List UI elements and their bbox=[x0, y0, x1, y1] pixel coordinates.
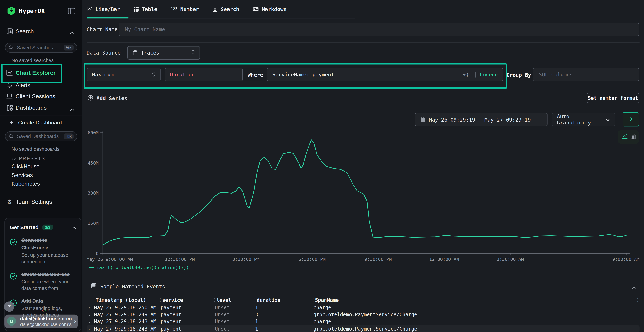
database-icon bbox=[133, 50, 138, 56]
time-series-chart[interactable]: 600M450M300M150M0May 26 9:00:00 AM12:30:… bbox=[86, 130, 639, 263]
col-service[interactable]: service bbox=[162, 297, 212, 303]
table-row[interactable]: ›May 27 9:29:18.250 AMpaymentUnset1charg… bbox=[86, 304, 639, 311]
logo-bolt-icon bbox=[7, 6, 15, 15]
saved-dashboards-field[interactable] bbox=[16, 133, 64, 140]
shortcut-badge: ⌘K bbox=[64, 45, 74, 50]
presets-label: PRESETS bbox=[19, 156, 45, 161]
sidebar-item-dashboards[interactable]: Dashboards bbox=[0, 102, 82, 113]
get-started-progress-badge: 3/3 bbox=[42, 224, 53, 230]
svg-text:150M: 150M bbox=[88, 221, 98, 226]
granularity-select[interactable]: Auto Granularity bbox=[552, 113, 615, 126]
events-table-header: Timestamp (Local) ⋮ service ⋮ level ⋮ du… bbox=[86, 296, 639, 304]
chevron-up-icon[interactable] bbox=[70, 106, 75, 113]
chevron-up-icon[interactable] bbox=[70, 29, 75, 36]
group-by-field[interactable] bbox=[538, 71, 634, 78]
get-started-item[interactable]: Connect to ClickHouseSet up your databas… bbox=[10, 236, 76, 265]
sidebar-item-alerts[interactable]: Alerts bbox=[0, 79, 82, 91]
table-row[interactable]: ›May 27 9:29:18.249 AMpaymentUnset3grpc.… bbox=[86, 311, 639, 318]
step-desc: Set up your database connection bbox=[21, 252, 73, 265]
legend-label: maxIf(toFloat640..ng(Duration))))) bbox=[96, 265, 189, 270]
svg-text:12:30:00 AM: 12:30:00 AM bbox=[429, 257, 459, 262]
chevron-up-icon[interactable] bbox=[72, 224, 76, 231]
saved-searches-field[interactable] bbox=[16, 44, 64, 51]
chart-legend: maxIf(toFloat640..ng(Duration))))) bbox=[89, 265, 189, 270]
tab-line-bar[interactable]: Line/Bar bbox=[86, 6, 120, 12]
cell-duration: 1 bbox=[255, 305, 309, 310]
tab-markdown[interactable]: Markdown bbox=[253, 6, 286, 12]
sidebar-section-label: Search bbox=[16, 28, 34, 34]
granularity-value: Auto Granularity bbox=[557, 114, 605, 126]
get-started-item[interactable]: Create Data SourcesConfigure where your … bbox=[10, 270, 76, 292]
sidebar-item-client-sessions[interactable]: Client Sessions bbox=[0, 90, 82, 102]
check-circle-icon bbox=[10, 273, 17, 292]
table-row[interactable]: ›May 27 9:29:18.243 AMpaymentUnset1charg… bbox=[86, 318, 639, 326]
chart-name-input[interactable] bbox=[119, 22, 639, 36]
column-handle-icon[interactable]: ⋮ bbox=[252, 297, 257, 303]
svg-text:600M: 600M bbox=[88, 130, 98, 136]
cell-spanname: charge bbox=[314, 305, 636, 310]
cell-spanname: charge bbox=[314, 319, 636, 325]
where-input[interactable]: ServiceName: payment SQL | Lucene bbox=[267, 68, 503, 82]
col-level[interactable]: level bbox=[216, 297, 252, 303]
cell-spanname: grpc.oteldemo.PaymentService/Charge bbox=[314, 326, 636, 332]
collapse-section-icon[interactable] bbox=[631, 284, 636, 291]
row-expand-icon[interactable]: › bbox=[86, 304, 94, 310]
app-title: HyperDX bbox=[19, 7, 45, 14]
tab-number[interactable]: 123 Number bbox=[171, 6, 199, 12]
set-number-format-button[interactable]: Set number format bbox=[587, 93, 639, 103]
row-expand-icon[interactable]: › bbox=[86, 326, 94, 332]
table-row[interactable]: ›May 27 9:29:18.243 AMpaymentUnset1grpc.… bbox=[86, 326, 639, 332]
saved-dashboards-input[interactable]: ⌘K bbox=[5, 132, 77, 141]
svg-text:9:00:00 AM: 9:00:00 AM bbox=[612, 257, 640, 262]
lucene-toggle[interactable]: Lucene bbox=[480, 72, 498, 78]
field-input[interactable]: Duration bbox=[165, 68, 243, 82]
svg-text:300M: 300M bbox=[88, 190, 98, 196]
row-expand-icon[interactable]: › bbox=[86, 319, 94, 325]
chart-name-field[interactable] bbox=[124, 26, 634, 33]
preset-clickhouse[interactable]: ClickHouse bbox=[12, 164, 40, 170]
data-source-select[interactable]: Traces bbox=[127, 46, 200, 60]
create-dashboard-label: Create Dashboard bbox=[18, 119, 62, 126]
presets-toggle[interactable]: PRESETS bbox=[12, 155, 45, 162]
sql-toggle[interactable]: SQL bbox=[462, 72, 471, 78]
divider bbox=[86, 278, 639, 278]
chevron-down-icon bbox=[12, 155, 16, 162]
sidebar-section-search[interactable]: Search bbox=[0, 26, 82, 37]
cell-timestamp: May 27 9:29:18.249 AM bbox=[94, 312, 156, 318]
col-timestamp[interactable]: Timestamp (Local) bbox=[96, 297, 158, 303]
run-query-button[interactable] bbox=[623, 112, 639, 126]
tab-table[interactable]: Table bbox=[134, 6, 157, 12]
saved-searches-input[interactable]: ⌘K bbox=[5, 43, 77, 52]
column-handle-icon[interactable]: ⋮ bbox=[311, 297, 315, 303]
list-icon bbox=[91, 283, 96, 290]
group-by-input[interactable] bbox=[533, 68, 639, 82]
logo[interactable]: HyperDX bbox=[7, 6, 45, 15]
create-dashboard-button[interactable]: + Create Dashboard bbox=[10, 119, 62, 126]
column-handle-icon[interactable]: ⋮ bbox=[212, 297, 216, 303]
user-profile-bar[interactable]: D dale@clickhouse.com dale@clickhouse.co… bbox=[4, 315, 78, 328]
column-handle-icon[interactable]: ⋮ bbox=[158, 297, 162, 303]
table-menu-icon[interactable]: ⋮ bbox=[636, 297, 640, 303]
svg-text:6:30:00 PM: 6:30:00 PM bbox=[298, 257, 326, 262]
svg-text:9:30:00 PM: 9:30:00 PM bbox=[364, 257, 392, 262]
sidebar-collapse-icon[interactable] bbox=[68, 8, 76, 16]
svg-text:12:30:00 PM: 12:30:00 PM bbox=[165, 257, 195, 262]
add-series-button[interactable]: Add Series bbox=[88, 94, 127, 102]
preset-kubernetes[interactable]: Kubernetes bbox=[12, 181, 40, 187]
svg-text:0: 0 bbox=[96, 251, 98, 256]
help-button[interactable]: ? bbox=[4, 302, 14, 312]
play-icon bbox=[628, 116, 633, 123]
cell-spanname: grpc.oteldemo.PaymentService/Charge bbox=[314, 312, 636, 318]
col-spanname[interactable]: SpanName bbox=[315, 297, 636, 303]
get-started-title: Get Started bbox=[10, 224, 39, 230]
cell-timestamp: May 27 9:29:18.250 AM bbox=[94, 305, 156, 310]
date-range-input[interactable]: May 26 09:29:19 - May 27 09:29:19 bbox=[415, 113, 548, 126]
date-range-value: May 26 09:29:19 - May 27 09:29:19 bbox=[429, 116, 531, 122]
aggregation-select[interactable]: Maximum bbox=[86, 68, 160, 82]
preset-services[interactable]: Services bbox=[12, 172, 33, 178]
sidebar-item-team-settings[interactable]: ⚙ Team Settings bbox=[0, 196, 82, 207]
row-expand-icon[interactable]: › bbox=[86, 312, 94, 318]
sidebar-item-chart-explorer[interactable]: Chart Explorer bbox=[0, 67, 82, 78]
col-duration[interactable]: duration bbox=[257, 297, 311, 303]
tab-search[interactable]: Search bbox=[212, 6, 239, 12]
